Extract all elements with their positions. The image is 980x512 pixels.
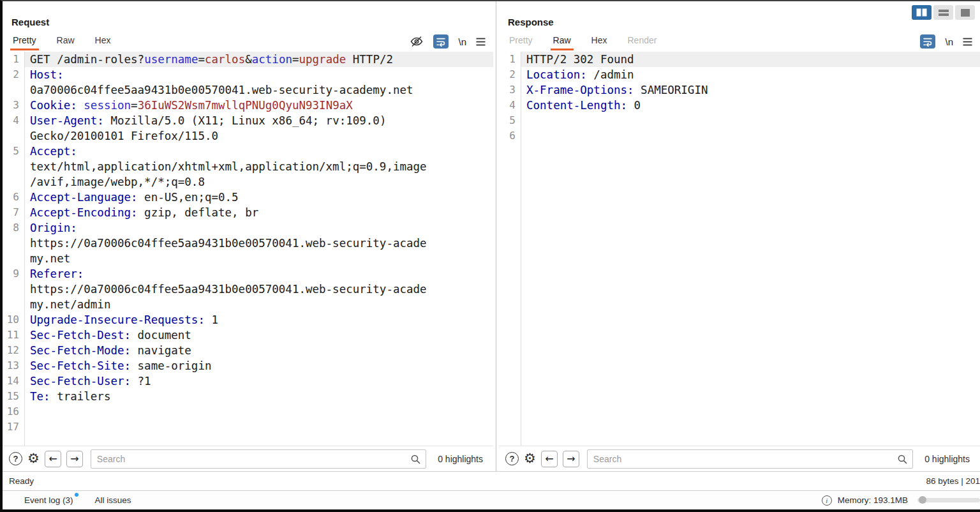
- line-content[interactable]: https://0a70006c04ffee5aa9431b0e00570041…: [25, 282, 493, 297]
- editor-line[interactable]: 4Content-Length: 0: [499, 98, 980, 113]
- editor-line[interactable]: 3X-Frame-Options: SAMEORIGIN: [499, 82, 980, 98]
- request-editor[interactable]: 1GET /admin-roles?username=carlos&action…: [3, 52, 493, 446]
- request-editor-toolbar: \n: [410, 34, 486, 50]
- line-content[interactable]: Referer:: [25, 266, 493, 282]
- editor-line[interactable]: my.net/admin: [3, 297, 493, 312]
- rows-layout-icon: [939, 9, 949, 17]
- line-content[interactable]: Host:: [25, 67, 493, 82]
- line-content[interactable]: Content-Length: 0: [521, 98, 980, 113]
- line-content[interactable]: HTTP/2 302 Found: [521, 52, 980, 67]
- editor-line[interactable]: 13Sec-Fetch-Site: same-origin: [3, 358, 493, 373]
- line-content[interactable]: my.net: [25, 251, 493, 266]
- editor-line[interactable]: https://0a70006c04ffee5aa9431b0e00570041…: [3, 236, 493, 251]
- tab-render[interactable]: Render: [625, 33, 660, 50]
- editor-line[interactable]: /avif,image/webp,*/*;q=0.8: [3, 174, 493, 190]
- editor-line[interactable]: 16: [3, 404, 493, 419]
- line-content[interactable]: [25, 419, 493, 435]
- editor-line[interactable]: https://0a70006c04ffee5aa9431b0e00570041…: [3, 282, 493, 297]
- line-content[interactable]: Cookie: session=36IuWS2Wsm7mwllqPNUg0Qyu…: [25, 98, 493, 113]
- settings-button[interactable]: ⚙: [524, 452, 536, 465]
- line-content[interactable]: https://0a70006c04ffee5aa9431b0e00570041…: [25, 236, 493, 251]
- line-content[interactable]: Te: trailers: [25, 389, 493, 404]
- tab-raw[interactable]: Raw: [54, 33, 77, 50]
- editor-line[interactable]: 3Cookie: session=36IuWS2Wsm7mwllqPNUg0Qy…: [3, 98, 493, 113]
- tab-pretty[interactable]: Pretty: [507, 33, 535, 50]
- line-content[interactable]: [521, 113, 980, 128]
- editor-line[interactable]: 1HTTP/2 302 Found: [499, 52, 980, 67]
- forward-button[interactable]: →: [563, 451, 579, 467]
- editor-line[interactable]: 6: [499, 128, 980, 144]
- editor-line[interactable]: 10Upgrade-Insecure-Requests: 1: [3, 312, 493, 328]
- line-content[interactable]: Accept-Language: en-US,en;q=0.5: [25, 190, 493, 205]
- line-content[interactable]: Location: /admin: [521, 67, 980, 82]
- event-log-notification-dot: [75, 493, 78, 497]
- editor-line[interactable]: 5: [499, 113, 980, 128]
- line-content[interactable]: Accept-Encoding: gzip, deflate, br: [25, 205, 493, 220]
- line-content[interactable]: Sec-Fetch-Site: same-origin: [25, 358, 493, 373]
- menu-icon[interactable]: [963, 38, 972, 46]
- help-button[interactable]: ?: [9, 452, 22, 465]
- line-content[interactable]: GET /admin-roles?username=carlos&action=…: [25, 52, 493, 67]
- word-wrap-icon[interactable]: [433, 34, 449, 49]
- forward-button[interactable]: →: [66, 451, 83, 467]
- help-button[interactable]: ?: [505, 452, 519, 465]
- editor-line[interactable]: Gecko/20100101 Firefox/115.0: [3, 128, 493, 144]
- line-content[interactable]: 0a70006c04ffee5aa9431b0e00570041.web-sec…: [25, 82, 493, 98]
- line-number: 13: [3, 358, 24, 373]
- editor-line[interactable]: 1GET /admin-roles?username=carlos&action…: [3, 52, 493, 67]
- line-content[interactable]: Origin:: [25, 220, 493, 236]
- line-content[interactable]: Sec-Fetch-Mode: navigate: [25, 343, 493, 358]
- line-content[interactable]: Upgrade-Insecure-Requests: 1: [25, 312, 493, 328]
- search-input[interactable]: [587, 449, 913, 469]
- editor-line[interactable]: 0a70006c04ffee5aa9431b0e00570041.web-sec…: [3, 82, 493, 98]
- search-input[interactable]: [91, 449, 426, 469]
- line-content[interactable]: [521, 128, 980, 144]
- editor-line[interactable]: 4User-Agent: Mozilla/5.0 (X11; Linux x86…: [3, 113, 493, 128]
- settings-button[interactable]: ⚙: [27, 452, 40, 465]
- newline-toggle[interactable]: \n: [458, 36, 466, 47]
- line-content[interactable]: Sec-Fetch-Dest: document: [25, 328, 493, 343]
- word-wrap-icon[interactable]: [920, 34, 935, 49]
- eye-hidden-icon[interactable]: [410, 35, 424, 48]
- columns-layout-button[interactable]: [912, 5, 932, 20]
- editor-line[interactable]: 11Sec-Fetch-Dest: document: [3, 328, 493, 343]
- editor-line[interactable]: text/html,application/xhtml+xml,applicat…: [3, 159, 493, 174]
- newline-toggle[interactable]: \n: [945, 36, 953, 47]
- line-content[interactable]: User-Agent: Mozilla/5.0 (X11; Linux x86_…: [25, 113, 493, 128]
- editor-line[interactable]: 12Sec-Fetch-Mode: navigate: [3, 343, 493, 358]
- editor-line[interactable]: 17: [3, 419, 493, 435]
- rows-layout-button[interactable]: [933, 5, 953, 20]
- burp-message-editor-window: Request PrettyRawHex \n 1GET /admin-role…: [0, 0, 980, 512]
- line-content[interactable]: my.net/admin: [25, 297, 493, 312]
- line-content[interactable]: Gecko/20100101 Firefox/115.0: [25, 128, 493, 144]
- line-content[interactable]: /avif,image/webp,*/*;q=0.8: [25, 174, 493, 190]
- line-content[interactable]: text/html,application/xhtml+xml,applicat…: [25, 159, 493, 174]
- editor-line[interactable]: 9Referer:: [3, 266, 493, 282]
- single-layout-button[interactable]: [955, 5, 975, 20]
- editor-line[interactable]: 14Sec-Fetch-User: ?1: [3, 373, 493, 389]
- editor-line[interactable]: 2Host:: [3, 67, 493, 82]
- editor-line[interactable]: 2Location: /admin: [499, 67, 980, 82]
- line-number: 2: [3, 67, 24, 82]
- editor-line[interactable]: my.net: [3, 251, 493, 266]
- menu-icon[interactable]: [476, 38, 486, 46]
- line-content[interactable]: Sec-Fetch-User: ?1: [25, 373, 493, 389]
- line-content[interactable]: [25, 404, 493, 419]
- all-issues-button[interactable]: All issues: [95, 495, 131, 505]
- panel-splitter[interactable]: [496, 1, 496, 471]
- line-content[interactable]: Accept:: [25, 144, 493, 159]
- editor-line[interactable]: 6Accept-Language: en-US,en;q=0.5: [3, 190, 493, 205]
- editor-line[interactable]: 5Accept:: [3, 144, 493, 159]
- line-content[interactable]: X-Frame-Options: SAMEORIGIN: [521, 82, 980, 98]
- event-log-button[interactable]: Event log (3): [24, 495, 73, 505]
- response-editor[interactable]: 1HTTP/2 302 Found2Location: /admin3X-Fra…: [499, 52, 980, 446]
- tab-pretty[interactable]: Pretty: [10, 33, 39, 50]
- back-button[interactable]: ←: [541, 451, 558, 467]
- tab-raw[interactable]: Raw: [551, 33, 574, 50]
- editor-line[interactable]: 8Origin:: [3, 220, 493, 236]
- tab-hex[interactable]: Hex: [589, 33, 610, 50]
- back-button[interactable]: ←: [45, 451, 61, 467]
- editor-line[interactable]: 15Te: trailers: [3, 389, 493, 404]
- editor-line[interactable]: 7Accept-Encoding: gzip, deflate, br: [3, 205, 493, 220]
- tab-hex[interactable]: Hex: [93, 33, 114, 50]
